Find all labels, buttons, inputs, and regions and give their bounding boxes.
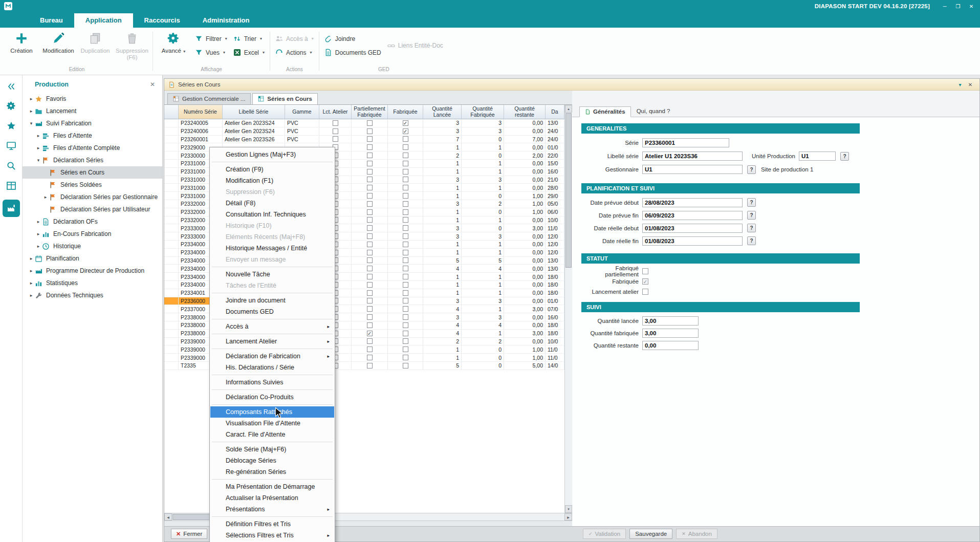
date-reelle-fin-field[interactable]: 01/08/2023 [642,236,743,246]
column-header-gamme[interactable]: Gamme [285,105,319,119]
checkbox[interactable] [403,314,408,320]
column-header-quantite-lancee[interactable]: Quantité Lancée [423,105,462,119]
checkbox[interactable] [367,314,373,320]
sidebar-item-donnees-techniques[interactable]: ▸Données Techniques [23,289,162,301]
column-header-quantite-restante[interactable]: Quantité restante [504,105,546,119]
checkbox[interactable] [367,338,373,344]
table-columns-icon[interactable] [6,181,16,191]
sidebar-item-declaration-series[interactable]: ▾Déclaration Séries [23,154,162,166]
tab-generalites[interactable]: Généralités [579,106,631,117]
checkbox[interactable] [367,169,373,175]
checkbox[interactable] [403,306,408,312]
unite-production-field[interactable]: U1 [799,151,836,161]
checkbox[interactable] [367,128,373,134]
sidebar-item-files-d-attente[interactable]: ▸Files d'Attente [23,129,162,142]
row-selector[interactable] [164,232,179,241]
scroll-down-icon[interactable]: ▼ [565,505,572,513]
favorites-star-icon[interactable] [6,121,16,131]
checkbox[interactable] [403,355,408,360]
checkbox[interactable] [367,274,373,279]
sidebar-item-favoris[interactable]: ▸Favoris [23,93,162,105]
checkbox[interactable] [367,298,373,303]
menu-item-historique-f10[interactable]: Historique (F10) [210,220,334,231]
joindre-button[interactable]: Joindre [324,35,381,42]
row-selector[interactable] [164,305,179,313]
help-button[interactable]: ? [747,211,756,220]
chevron-down-icon[interactable]: ▾ [28,121,35,126]
chevron-down-icon[interactable]: ▾ [35,158,42,163]
menu-item-nouvelle-tache[interactable]: Nouvelle Tâche [210,269,334,280]
row-selector[interactable] [164,176,179,184]
checkbox[interactable] [333,128,338,134]
row-selector[interactable] [164,249,179,257]
checkbox[interactable] [403,250,408,255]
checkbox[interactable] [403,177,408,182]
checkbox[interactable] [367,355,373,360]
checkbox[interactable] [367,290,373,296]
sidebar-item-series-en-cours[interactable]: Séries en Cours [23,166,162,179]
checkbox[interactable] [403,217,408,223]
row-selector[interactable] [164,136,179,144]
checkbox[interactable] [403,282,408,288]
row-selector[interactable] [164,313,179,321]
sidebar-item-declaration-ofs[interactable]: ▸Déclaration OFs [23,215,162,228]
maximize-icon[interactable]: ❐ [951,0,965,12]
row-selector[interactable] [164,143,179,151]
quantite-fabriquee-field[interactable]: 3,00 [642,329,699,338]
chevron-right-icon[interactable]: ▸ [42,194,49,200]
search-icon[interactable] [6,161,16,171]
chevron-down-icon[interactable]: ▾ [955,82,965,88]
lancement-atelier-checkbox[interactable] [642,289,648,295]
checkbox[interactable] [403,185,408,190]
table-row[interactable]: P23240006Atelier Gen 2023S24PVC✓330,0024… [164,127,564,136]
fabrique-partiellement-checkbox[interactable] [642,268,648,274]
checkbox[interactable] [367,193,373,199]
checkbox[interactable] [367,201,373,207]
scroll-left-icon[interactable]: ◀ [164,513,172,521]
row-selector[interactable] [164,289,179,297]
checkbox[interactable] [403,266,408,271]
row-selector[interactable] [164,362,179,370]
checkbox[interactable] [403,144,408,150]
checkbox[interactable] [403,322,408,328]
menu-item-declaration-co-produits[interactable]: Déclaration Co-Produits [210,392,334,403]
checkbox[interactable] [403,346,408,352]
collapse-sidebar-icon[interactable] [7,82,16,91]
sidebar-item-suivi-fabrication[interactable]: ▾Suivi Fabrication [23,117,162,129]
help-button[interactable]: ? [747,165,756,174]
date-prevue-fin-field[interactable]: 06/09/2023 [642,211,743,220]
checkbox[interactable]: ✓ [403,120,408,126]
menu-item-informations-suivies[interactable]: Informations Suivies [210,377,334,388]
row-selector[interactable] [164,216,179,225]
scroll-right-icon[interactable]: ▶ [564,513,572,521]
menu-item-taches-de-l-entite[interactable]: Tâches de l'Entité [210,280,334,291]
row-selector[interactable] [164,338,179,346]
checkbox[interactable] [403,233,408,239]
checkbox[interactable] [403,338,408,344]
checkbox[interactable] [367,209,373,215]
minimize-icon[interactable]: ─ [938,0,951,12]
scrollbar-thumb[interactable] [565,113,572,268]
checkbox[interactable] [367,233,373,239]
menu-item-caract-file-d-attente[interactable]: Caract. File d'Attente [210,429,334,440]
help-button[interactable]: ? [747,224,756,232]
tab-gestion-commerciale[interactable]: Gestion Commerciale ... [167,93,251,104]
serie-field[interactable]: P23360001 [642,138,729,147]
checkbox[interactable] [403,363,408,368]
help-button[interactable]: ? [747,236,756,245]
checkbox[interactable] [403,290,408,296]
chevron-right-icon[interactable]: ▸ [28,109,35,114]
table-row[interactable]: P23240005Atelier Gen 2023S24PVC✓330,0013… [164,119,564,127]
help-button[interactable]: ? [840,152,849,161]
menu-item-consultation-inf-techniques[interactable]: Consultation Inf. Techniques [210,209,334,220]
acces-a-button[interactable]: Accès à ▾ [275,35,314,42]
checkbox[interactable] [403,136,408,142]
checkbox[interactable] [367,136,373,142]
menu-item-elements-recents-maj-f8[interactable]: Eléments Récents (Maj+F8) [210,231,334,243]
column-header-fabriquee[interactable]: Fabriquée [388,105,423,119]
sidebar-close-icon[interactable]: ✕ [150,81,155,88]
checkbox[interactable]: ✓ [403,128,408,134]
menu-item-visualisation-file-d-attente[interactable]: Visualisation File d'Attente [210,418,334,429]
menu-item-composants-rattaches[interactable]: Composants Rattachés [210,406,334,418]
menu-item-solde-serie-maj-f6[interactable]: Solde Série (Maj+F6) [210,444,334,455]
